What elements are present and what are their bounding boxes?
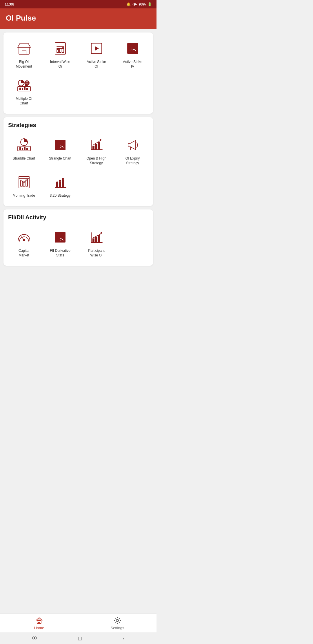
svg-rect-52	[62, 180, 64, 187]
svg-rect-18	[22, 88, 23, 90]
svg-rect-28	[22, 148, 23, 150]
svg-rect-45	[21, 181, 22, 186]
svg-point-57	[23, 239, 25, 241]
svg-point-55	[62, 178, 63, 180]
fii-derivative-icon-box	[51, 228, 69, 246]
capital-market-label: CapitalMarket	[19, 249, 29, 258]
active-strike-iv-item[interactable]: Active StrikeIV	[115, 37, 150, 71]
interval-wise-oi-item[interactable]: Interval WiseOi	[43, 37, 78, 71]
megaphone-icon	[125, 138, 140, 153]
svg-marker-10	[95, 46, 99, 51]
multiple-oi-chart-label: Multiple OiChart	[16, 97, 32, 106]
svg-rect-27	[19, 147, 21, 150]
oi-tools-grid: Big OIMovement Interval WiseOi	[6, 37, 150, 108]
oi-expiry-strategy-item[interactable]: OI ExpiryStrategy	[115, 134, 150, 168]
interval-wise-icon-box	[51, 39, 69, 57]
morning-trade-item[interactable]: Morning Trade	[6, 171, 41, 200]
strangle-icon-box	[51, 136, 69, 154]
svg-rect-46	[23, 183, 25, 186]
interval-wise-label: Interval WiseOi	[50, 60, 70, 69]
bar-dots-icon	[53, 175, 68, 190]
store-icon	[17, 41, 32, 56]
svg-rect-1	[19, 47, 29, 54]
time: 11:08	[5, 2, 14, 6]
active-strike-oi-item[interactable]: Active StrikeOI	[79, 37, 114, 71]
multiple-oi-icon-box	[15, 76, 33, 94]
straddle-icon	[17, 138, 32, 153]
svg-rect-29	[24, 147, 26, 150]
svg-point-53	[56, 182, 58, 183]
svg-rect-39	[95, 144, 97, 150]
svg-rect-51	[59, 182, 61, 187]
big-oi-movement-icon-box	[15, 39, 33, 57]
svg-rect-40	[98, 142, 100, 150]
svg-rect-35	[55, 140, 60, 150]
morning-trade-icon	[17, 175, 32, 190]
status-icons: 🔔 93% 🔋	[126, 2, 152, 7]
svg-rect-5	[57, 50, 59, 53]
active-strike-iv-label: Active StrikeIV	[123, 60, 142, 69]
oi-expiry-strategy-label: OI ExpiryStrategy	[125, 156, 140, 165]
svg-rect-67	[92, 238, 94, 243]
big-oi-movement-label: Big OIMovement	[16, 60, 32, 69]
svg-point-54	[59, 180, 61, 181]
participant-wise-oi-item[interactable]: ParticipantWise Oi	[79, 226, 114, 260]
strategies-card: Strategies Straddle Chart	[3, 117, 153, 206]
svg-rect-19	[24, 87, 26, 90]
trend-up-icon	[89, 138, 104, 153]
fii-derivative-stats-item[interactable]: FII DerivativeStats	[43, 226, 78, 260]
participant-wise-icon-box	[88, 228, 105, 246]
morning-trade-icon-box	[15, 173, 33, 191]
capital-market-item[interactable]: CapitalMarket	[6, 226, 41, 260]
open-high-icon-box	[88, 136, 105, 154]
fii-derivative-icon	[53, 230, 68, 245]
building-chart-icon	[53, 41, 68, 56]
strategies-grid: Straddle Chart Strangle Chart	[6, 134, 150, 200]
svg-rect-15	[128, 43, 133, 54]
morning-trade-label: Morning Trade	[13, 193, 35, 198]
320-strategy-item[interactable]: 3:20 Strategy	[43, 171, 78, 200]
big-oi-movement-item[interactable]: Big OIMovement	[6, 37, 41, 71]
svg-rect-50	[56, 183, 58, 187]
multiple-oi-chart-item[interactable]: Multiple OiChart	[6, 74, 41, 108]
oi-expiry-icon-box	[124, 136, 142, 154]
gauge-chart-icon	[125, 41, 140, 56]
oi-tools-card: Big OIMovement Interval WiseOi	[3, 32, 153, 114]
alarm-icon: 🔔	[126, 2, 131, 6]
capital-market-icon-box	[15, 228, 33, 246]
play-chart-icon	[89, 41, 104, 56]
active-strike-iv-icon-box	[124, 39, 142, 57]
active-strike-oi-icon-box	[88, 39, 105, 57]
fii-derivative-stats-label: FII DerivativeStats	[50, 249, 70, 258]
svg-rect-68	[95, 237, 97, 243]
fii-dii-card: FII/DII Activity CapitalMarket	[3, 209, 153, 266]
open-high-strategy-item[interactable]: Open & HighStrategy	[79, 134, 114, 168]
strangle-chart-item[interactable]: Strangle Chart	[43, 134, 78, 168]
svg-rect-69	[98, 235, 100, 243]
svg-rect-30	[26, 148, 28, 150]
app-title: OI Pulse	[6, 14, 151, 23]
battery: 93%	[139, 2, 146, 6]
signal-icon	[132, 2, 137, 7]
svg-rect-17	[19, 88, 21, 90]
strangle-chart-label: Strangle Chart	[49, 156, 71, 161]
fii-dii-grid: CapitalMarket FII DerivativeStats	[6, 226, 150, 260]
svg-rect-7	[62, 47, 64, 53]
open-high-strategy-label: Open & HighStrategy	[86, 156, 106, 165]
svg-point-0	[134, 5, 135, 6]
status-bar: 11:08 🔔 93% 🔋	[0, 0, 156, 8]
svg-rect-38	[92, 146, 94, 150]
svg-rect-6	[59, 48, 61, 53]
participant-chart-icon	[89, 230, 104, 245]
straddle-chart-label: Straddle Chart	[13, 156, 35, 161]
straddle-chart-item[interactable]: Straddle Chart	[6, 134, 41, 168]
strangle-icon	[53, 138, 68, 153]
straddle-icon-box	[15, 136, 33, 154]
320-icon-box	[51, 173, 69, 191]
svg-rect-64	[55, 232, 60, 243]
svg-rect-20	[26, 88, 28, 90]
active-strike-oi-label: Active StrikeOI	[87, 60, 106, 69]
participant-wise-oi-label: ParticipantWise Oi	[88, 249, 105, 258]
320-strategy-label: 3:20 Strategy	[50, 193, 70, 198]
strategies-title: Strategies	[6, 122, 150, 129]
